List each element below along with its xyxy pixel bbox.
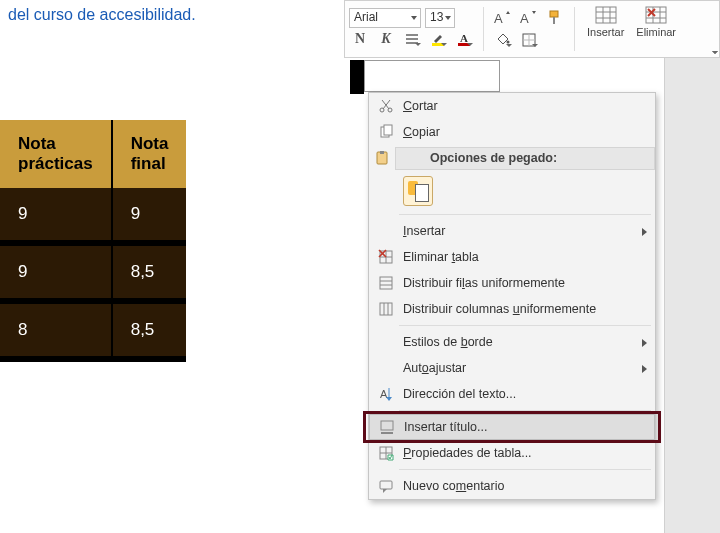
cell[interactable]: 8,5 — [112, 301, 187, 359]
svg-rect-5 — [458, 43, 470, 46]
cell[interactable]: 9 — [0, 243, 112, 301]
svg-point-12 — [507, 41, 510, 44]
ctx-distribute-cols[interactable]: Distribuir columnas uniformemente — [369, 296, 655, 322]
grow-font-button[interactable]: A — [492, 7, 514, 29]
grow-font-icon: A — [494, 11, 512, 25]
cell[interactable]: 9 — [112, 188, 187, 243]
italic-button[interactable]: K — [375, 28, 397, 50]
cell[interactable]: 9 — [0, 188, 112, 243]
delete-label: Eliminar — [636, 26, 676, 38]
ctx-cut-label: Cortar — [399, 99, 647, 113]
ctx-new-comment[interactable]: Nuevo comentario — [369, 473, 655, 499]
insert-table-icon — [593, 5, 619, 25]
align-button[interactable] — [401, 28, 423, 50]
ctx-delete-table-label: Eliminar tabla — [399, 250, 647, 264]
toolbar-separator — [574, 7, 575, 51]
clipboard-icon — [369, 147, 395, 170]
ctx-table-properties[interactable]: Propiedades de tabla... — [369, 440, 655, 466]
doc-link-text: del curso de accesibilidad — [8, 6, 191, 23]
ctx-paste-options-heading: Opciones de pegado: — [395, 147, 655, 170]
bold-button[interactable]: N — [349, 28, 371, 50]
col-header-final[interactable]: Nota final — [112, 120, 187, 188]
caption-icon — [374, 419, 400, 435]
ctx-copy[interactable]: Copiar — [369, 119, 655, 145]
ctx-distribute-cols-label: Distribuir columnas uniformemente — [399, 302, 647, 316]
ctx-insert-caption[interactable]: Insertar título... — [369, 414, 655, 440]
ctx-border-styles[interactable]: Estilos de borde — [369, 329, 655, 355]
font-color-button[interactable]: A — [453, 28, 475, 50]
svg-rect-41 — [380, 277, 392, 289]
distribute-rows-icon — [373, 275, 399, 291]
shading-button[interactable] — [492, 29, 514, 51]
grades-table[interactable]: Nota prácticas Nota final 9 9 9 8,5 8 8,… — [0, 120, 186, 362]
scissors-icon — [373, 98, 399, 114]
shrink-font-button[interactable]: A — [518, 7, 540, 29]
table-row[interactable]: 9 9 — [0, 188, 186, 243]
svg-rect-33 — [384, 125, 392, 135]
toolbar-separator — [483, 7, 484, 51]
svg-rect-56 — [380, 481, 392, 489]
ctx-paste-options-row: Opciones de pegado: — [369, 145, 655, 171]
insert-label: Insertar — [587, 26, 624, 38]
svg-rect-16 — [596, 7, 616, 23]
mini-toolbar: Arial 13 N K A A A — [344, 0, 720, 58]
ctx-border-styles-label: Estilos de borde — [399, 335, 647, 349]
svg-marker-7 — [506, 11, 510, 14]
ctx-paste-preview[interactable] — [369, 171, 655, 211]
table-header-row: Nota prácticas Nota final — [0, 120, 186, 188]
svg-rect-10 — [550, 11, 558, 17]
table-context-menu: Cortar Copiar Opciones de pegado: Insert… — [368, 92, 656, 500]
format-painter-button[interactable] — [544, 7, 566, 29]
ctx-new-comment-label: Nuevo comentario — [399, 479, 647, 493]
svg-rect-35 — [380, 151, 384, 154]
ctx-delete-table[interactable]: Eliminar tabla — [369, 244, 655, 270]
highlight-color-button[interactable] — [427, 28, 449, 50]
cell[interactable]: 8,5 — [112, 243, 187, 301]
svg-text:A: A — [520, 11, 529, 25]
align-icon — [405, 33, 419, 45]
svg-rect-50 — [381, 421, 393, 430]
ctx-text-direction-label: Dirección del texto... — [399, 387, 647, 401]
font-size-combo[interactable]: 13 — [425, 8, 455, 28]
ctx-cut[interactable]: Cortar — [369, 93, 655, 119]
bucket-icon — [495, 33, 511, 47]
svg-rect-3 — [432, 43, 444, 46]
doc-period: . — [191, 6, 195, 23]
ctx-copy-label: Copiar — [399, 125, 647, 139]
ctx-autofit[interactable]: Autoajustar — [369, 355, 655, 381]
delete-table-group[interactable]: Eliminar — [632, 3, 680, 55]
ctx-distribute-rows[interactable]: Distribuir filas uniformemente — [369, 270, 655, 296]
table-row[interactable]: 8 8,5 — [0, 301, 186, 359]
svg-text:A: A — [380, 388, 388, 400]
svg-marker-9 — [532, 11, 536, 14]
ctx-distribute-rows-label: Distribuir filas uniformemente — [399, 276, 647, 290]
svg-text:A: A — [460, 32, 468, 44]
ctx-text-direction[interactable]: A Dirección del texto... — [369, 381, 655, 407]
table-row[interactable]: 9 8,5 — [0, 243, 186, 301]
format-painter-icon — [547, 10, 563, 26]
distribute-cols-icon — [373, 301, 399, 317]
ctx-separator — [399, 325, 651, 326]
table-selection-stub — [350, 60, 500, 92]
document-text-fragment: del curso de accesibilidad. — [8, 6, 196, 24]
ctx-separator — [399, 469, 651, 470]
svg-line-30 — [383, 100, 390, 109]
font-name-combo[interactable]: Arial — [349, 8, 421, 28]
paste-keep-source-icon[interactable] — [403, 176, 433, 206]
table-properties-icon — [373, 445, 399, 461]
cell[interactable]: 8 — [0, 301, 112, 359]
ctx-insert[interactable]: Insertar — [369, 218, 655, 244]
insert-table-group[interactable]: Insertar — [583, 3, 628, 55]
col-header-practicas[interactable]: Nota prácticas — [0, 120, 112, 188]
svg-text:A: A — [494, 11, 503, 25]
svg-marker-57 — [383, 489, 387, 493]
ctx-table-properties-label: Propiedades de tabla... — [399, 446, 647, 460]
highlight-icon — [431, 32, 445, 46]
svg-line-31 — [382, 100, 389, 109]
ctx-separator — [399, 410, 651, 411]
ctx-autofit-label: Autoajustar — [399, 361, 647, 375]
copy-icon — [373, 124, 399, 140]
shrink-font-icon: A — [520, 11, 538, 25]
borders-button[interactable] — [518, 29, 540, 51]
ctx-separator — [399, 214, 651, 215]
